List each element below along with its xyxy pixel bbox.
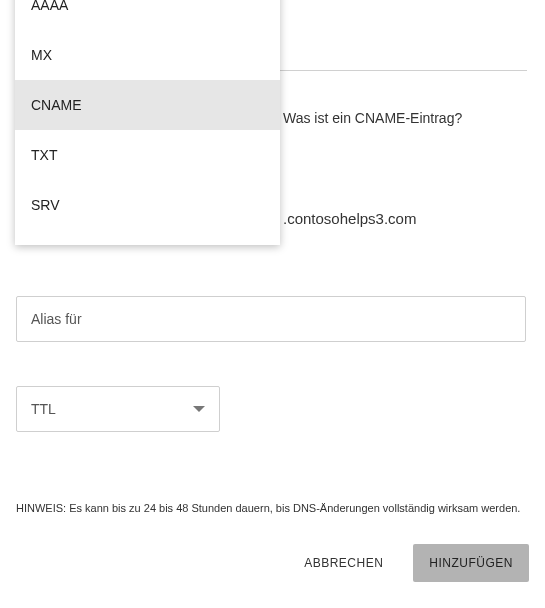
- cancel-button[interactable]: ABBRECHEN: [300, 546, 387, 580]
- ttl-select[interactable]: TTL: [16, 386, 220, 432]
- dropdown-item-cname[interactable]: CNAME: [15, 80, 280, 130]
- dropdown-item-aaaa[interactable]: AAAA: [15, 0, 280, 30]
- chevron-down-icon: [193, 406, 205, 412]
- alias-for-input[interactable]: [16, 296, 526, 342]
- dropdown-item-mx[interactable]: MX: [15, 30, 280, 80]
- dns-delay-note: HINWEIS: Es kann bis zu 24 bis 48 Stunde…: [16, 502, 526, 514]
- ttl-select-label: TTL: [31, 401, 56, 417]
- record-type-dropdown-list[interactable]: AAAA MX CNAME TXT SRV: [15, 0, 280, 245]
- record-type-dropdown[interactable]: AAAA MX CNAME TXT SRV: [15, 0, 280, 245]
- add-button[interactable]: HINZUFÜGEN: [413, 544, 529, 582]
- domain-suffix-label: .contosohelps3.com: [283, 210, 416, 227]
- action-row: ABBRECHEN HINZUFÜGEN: [300, 544, 529, 582]
- help-link-cname[interactable]: Was ist ein CNAME-Eintrag?: [283, 110, 462, 126]
- dropdown-item-overflow[interactable]: [15, 230, 280, 245]
- dropdown-item-txt[interactable]: TXT: [15, 130, 280, 180]
- dropdown-item-srv[interactable]: SRV: [15, 180, 280, 230]
